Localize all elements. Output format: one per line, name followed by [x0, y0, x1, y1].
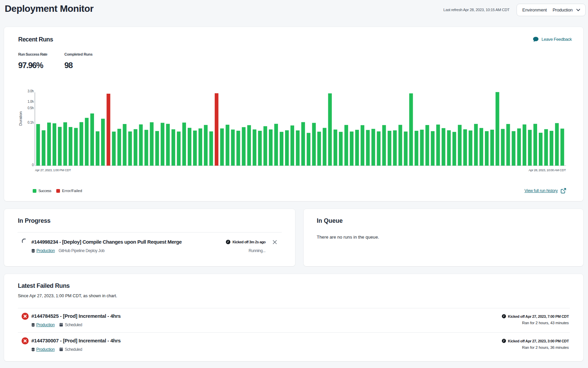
- svg-text:0.1h: 0.1h: [28, 121, 34, 124]
- svg-text:0: 0: [32, 163, 34, 167]
- svg-text:Apr 27, 2023, 1:00 PM CDT: Apr 27, 2023, 1:00 PM CDT: [35, 168, 71, 172]
- svg-text:1.0h: 1.0h: [28, 100, 34, 103]
- svg-text:Apr 28, 2023, 10:00 AM CDT: Apr 28, 2023, 10:00 AM CDT: [529, 168, 566, 172]
- svg-text:Duration: Duration: [19, 112, 23, 126]
- svg-text:0.5h: 0.5h: [28, 106, 34, 110]
- svg-text:3.0h: 3.0h: [28, 89, 34, 93]
